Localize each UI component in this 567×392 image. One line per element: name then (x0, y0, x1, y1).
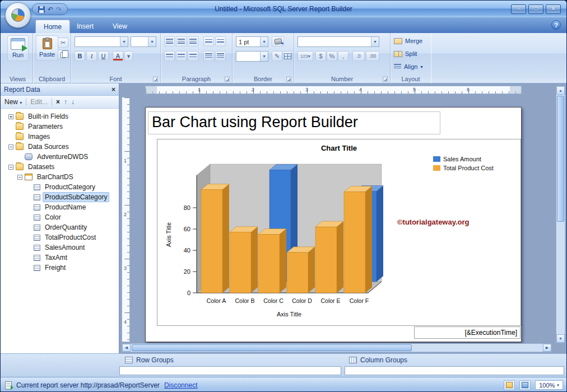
close-button[interactable]: ✕ (546, 4, 561, 14)
maximize-button[interactable]: □ (528, 4, 543, 14)
tree-item-adventuredwds[interactable]: AdventureDWDS (1, 152, 119, 162)
align-left-button[interactable] (164, 36, 175, 46)
ruler-number: 1 (124, 158, 127, 164)
tree-item-totalproductcost[interactable]: TotalProductCost (1, 232, 119, 242)
new-button[interactable]: New ▾ (4, 98, 22, 106)
increase-decimal-button[interactable]: .00 (366, 51, 379, 61)
tree-item-data sources[interactable]: −Data Sources (1, 142, 119, 152)
tree-item-datasets[interactable]: −Datasets (1, 162, 119, 172)
zoom-control[interactable]: 100% ▾ (535, 380, 563, 390)
borders-button[interactable] (283, 51, 292, 61)
fill-color-button[interactable] (272, 36, 284, 46)
move-up-icon[interactable]: ↑ (64, 98, 67, 106)
numbered-list-button[interactable] (215, 51, 226, 61)
tree-item-productname[interactable]: ProductName (1, 202, 119, 212)
align-right-button[interactable] (188, 36, 198, 46)
move-down-icon[interactable]: ↓ (71, 98, 75, 106)
tree-item-barchartds[interactable]: −BarChartDS (1, 172, 119, 182)
underline-button[interactable]: U (98, 51, 109, 61)
ruler-number: 3 (124, 265, 127, 271)
panel-close-icon[interactable]: × (111, 86, 115, 94)
report-canvas[interactable]: Bar Chart using Report Builder 020406080… (145, 107, 522, 342)
tab-view[interactable]: View (105, 20, 135, 33)
merge-button[interactable]: Merge (394, 38, 422, 44)
preview-button[interactable] (519, 380, 531, 390)
tree-item-orderquantity[interactable]: OrderQuantity (1, 222, 119, 232)
font-color-button[interactable]: A (113, 51, 123, 61)
minimize-button[interactable]: – (511, 4, 526, 14)
split-button[interactable]: Split (394, 50, 417, 57)
tab-insert[interactable]: Insert (69, 20, 101, 33)
report-title-textbox[interactable]: Bar Chart using Report Builder (148, 111, 440, 134)
border-width-combo[interactable]: 1 pt▾ (236, 36, 268, 47)
align-menu-button[interactable]: Align▾ (394, 63, 422, 70)
tree-item-built-in fields[interactable]: +Built-in Fields (1, 111, 119, 122)
copy-button[interactable] (58, 50, 68, 60)
expander-icon[interactable]: − (8, 144, 13, 150)
tree-item-productcategory[interactable]: ProductCategory (1, 182, 119, 192)
scroll-down-icon[interactable]: ▼ (556, 334, 565, 343)
chevron-down-icon[interactable]: ▾ (260, 37, 268, 46)
tab-home[interactable]: Home (35, 20, 70, 33)
number-format-button[interactable]: 123▾ (298, 51, 313, 61)
column-groups-list[interactable] (345, 366, 564, 375)
font-color-dropdown[interactable]: ▾ (124, 51, 133, 61)
redo-icon[interactable]: ↷ (56, 6, 62, 13)
border-color-button[interactable]: ✎ (272, 51, 282, 61)
disconnect-link[interactable]: Disconnect (164, 381, 197, 389)
execution-time-textbox[interactable]: [&ExecutionTime] (414, 326, 520, 339)
scroll-up-icon[interactable]: ▲ (556, 86, 565, 95)
chevron-down-icon[interactable]: ▾ (148, 37, 156, 46)
thousands-separator-button[interactable]: , (338, 51, 348, 61)
application-menu-button[interactable] (5, 2, 31, 28)
font-size-combo[interactable]: ▾ (131, 36, 156, 47)
border-style-combo[interactable]: ▾ (236, 51, 268, 62)
tree-item-freight[interactable]: Freight (1, 263, 119, 273)
bullet-list-button[interactable] (203, 51, 214, 61)
tree-item-color[interactable]: Color (1, 212, 119, 222)
undo-icon[interactable]: ↶ (48, 6, 53, 13)
align-bottom-button[interactable] (188, 51, 198, 61)
bold-button[interactable]: B (75, 51, 85, 61)
chevron-down-icon[interactable]: ▾ (260, 52, 268, 61)
run-button[interactable]: Run (7, 35, 29, 61)
number-format-combo[interactable]: ▾ (298, 36, 379, 47)
row-groups-list[interactable] (119, 366, 341, 375)
percent-button[interactable]: % (327, 51, 337, 61)
vertical-scrollbar[interactable]: ▲ ▼ (556, 86, 565, 343)
tree-item-salesamount[interactable]: SalesAmount (1, 242, 119, 253)
increase-indent-button[interactable] (215, 36, 226, 46)
field-icon (34, 214, 40, 221)
vertical-scroll-thumb[interactable] (557, 96, 564, 222)
chart-object[interactable]: 020406080Color AColor BColor CColor DCol… (157, 139, 521, 326)
chevron-down-icon[interactable]: ▾ (371, 37, 379, 46)
design-view-button[interactable] (504, 380, 515, 390)
tree-item-parameters[interactable]: Parameters (1, 122, 119, 132)
decrease-decimal-button[interactable]: .0 (352, 51, 365, 61)
align-middle-button[interactable] (176, 51, 187, 61)
expander-icon[interactable]: − (17, 175, 22, 180)
save-icon[interactable] (38, 6, 45, 13)
delete-icon[interactable]: × (56, 98, 60, 106)
expander-icon[interactable]: − (8, 165, 13, 170)
chevron-down-icon[interactable]: ▾ (120, 37, 128, 46)
currency-button[interactable]: $ (315, 51, 326, 61)
cut-button[interactable]: ✂ (58, 38, 68, 48)
align-center-button[interactable] (176, 36, 187, 46)
group-caption-views: Views (3, 76, 32, 82)
horizontal-scrollbar[interactable]: ◀ ▶ (122, 343, 552, 352)
tree-item-taxamt[interactable]: TaxAmt (1, 253, 119, 263)
italic-button[interactable]: I (86, 51, 97, 61)
font-family-combo[interactable]: ▾ (75, 36, 128, 47)
help-icon[interactable]: ? (551, 20, 561, 30)
align-top-button[interactable] (164, 51, 175, 61)
scroll-left-icon[interactable]: ◀ (122, 344, 131, 352)
decrease-indent-button[interactable] (203, 36, 214, 46)
horizontal-scroll-thumb[interactable] (132, 344, 412, 351)
edit-button[interactable]: Edit... (30, 98, 48, 106)
paste-button[interactable]: Paste (36, 35, 58, 60)
tree-item-images[interactable]: Images (1, 132, 119, 142)
tree-item-productsubcategory[interactable]: ProductSubCategory (1, 192, 119, 202)
scroll-right-icon[interactable]: ▶ (543, 344, 551, 352)
expander-icon[interactable]: + (8, 114, 13, 119)
